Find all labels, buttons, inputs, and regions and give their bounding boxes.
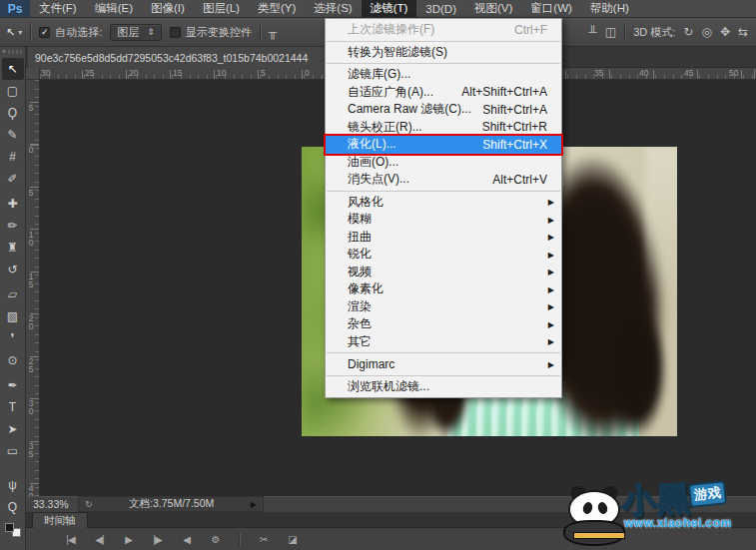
document-info-panel[interactable]: ↻ 文档:3.75M/7.50M ▶ [78,496,264,512]
crop-tool[interactable]: # [2,146,24,168]
menu-item-label: 消失点(V)... [348,171,409,188]
menubar-item-view[interactable]: 视图(V) [465,0,521,17]
toolbar-grip[interactable] [8,50,22,54]
rectangle-tool[interactable]: ▭ [2,440,24,462]
menubar-item-select[interactable]: 选择(S) [305,0,361,17]
3d-pan-icon[interactable]: ✥ [720,25,730,39]
zoom-level-field[interactable]: 33.33% [26,498,78,510]
filter-menu-item-vanishing-point[interactable]: 消失点(V)...Alt+Ctrl+V [326,171,561,189]
lasso-tool[interactable]: Ϙ [2,102,24,124]
next-frame-button[interactable]: |▶ [143,534,172,545]
filter-menu-item-adaptive-wide-angle[interactable]: 自适应广角(A)...Alt+Shift+Ctrl+A [326,84,561,102]
audio-mute-button[interactable]: ◀ [172,534,201,545]
menubar-item-help[interactable]: 帮助(H) [581,0,638,17]
hruler-label: 30 [41,68,50,78]
filter-menu-item-render[interactable]: 渲染▶ [326,298,561,316]
filter-menu-item-lens-correction[interactable]: 镜头校正(R)...Shift+Ctrl+R [326,119,561,137]
eraser-tool[interactable]: ▱ [2,283,24,305]
distribute-icons-group: ╨◫ [588,25,616,39]
distribute-horizontal-centers-icon[interactable]: ◫ [605,25,616,39]
menubar-item-edit[interactable]: 编辑(E) [86,0,142,17]
filter-menu-item-oil-paint[interactable]: 油画(O)... [326,154,561,172]
filter-menu-item-convert-smart-filters[interactable]: 转换为智能滤镜(S) [326,44,561,62]
vertical-ruler[interactable]: 50510152025303540 [26,80,40,496]
tools-panel-header[interactable]: » [0,47,25,58]
filter-menu-item-browse-filters-online[interactable]: 浏览联机滤镜... [326,378,561,396]
menubar-item-image[interactable]: 图像(I) [142,0,194,17]
menubar-item-filter[interactable]: 滤镜(T) [362,0,417,17]
tab-timeline[interactable]: 时间轴 [32,512,88,528]
filter-menu-item-filter-gallery[interactable]: 滤镜库(G)... [326,66,561,84]
photoshop-window: Ps 文件(F)编辑(E)图像(I)图层(L)类型(Y)选择(S)滤镜(T)3D… [0,0,756,550]
menubar-item-file[interactable]: 文件(F) [30,0,86,17]
align-top-edges-icon[interactable]: ╥ [269,25,278,39]
hruler-label: 25 [85,68,94,78]
filter-menu-item-noise[interactable]: 杂色▶ [326,315,561,333]
menubar-item-3d[interactable]: 3D(D) [416,0,465,17]
vruler-label: 5 [27,189,35,197]
path-selection-tool[interactable]: ➤ [2,418,24,440]
collapse-toolbar-icon[interactable]: » [2,48,6,55]
brush-tool[interactable]: ✏ [2,215,24,237]
auto-select-scope-dropdown[interactable]: 图层 ⇕ [110,24,162,41]
transition-button[interactable]: ◪ [278,534,307,545]
go-to-first-frame-button[interactable]: |◀ [56,534,85,545]
clone-stamp-tool[interactable]: ♜ [2,237,24,259]
split-clip-button[interactable]: ✂ [249,534,278,545]
3d-slide-icon[interactable]: ⇆ [738,25,748,39]
menu-item-shortcut: Alt+Shift+Ctrl+A [451,85,547,99]
3d-orbit-icon[interactable]: ↻ [683,25,693,39]
history-brush-tool[interactable]: ↺ [2,259,24,280]
3d-roll-icon[interactable]: ◎ [701,25,711,39]
type-tool-icon: T [9,400,16,414]
vruler-label: 35 [27,442,35,458]
status-flyout-arrow-icon[interactable]: ▶ [251,500,257,509]
move-tool-preset[interactable]: ↖ ▾ [6,26,22,39]
pen-tool[interactable]: ✒ [2,374,24,396]
filter-menu-item-digimarc[interactable]: Digimarc▶ [326,355,561,373]
menu-item-label: 视频 [348,264,372,280]
menu-item-shortcut: Shift+Ctrl+X [472,138,547,152]
filter-menu-item-video[interactable]: 视频▶ [326,264,561,281]
document-tab[interactable]: 90e3c756e5d8d5dd7295053c42d63f83_t015b74… [28,47,330,68]
show-transform-checkbox[interactable]: 显示变换控件 [170,25,252,40]
filter-menu-item-blur[interactable]: 模糊▶ [326,211,561,229]
auto-select-checkbox[interactable]: ✓ 自动选择: [39,25,102,40]
menu-item-shortcut: Shift+Ctrl+A [472,103,547,117]
filter-menu-item-camera-raw[interactable]: Camera Raw 滤镜(C)...Shift+Ctrl+A [326,101,561,119]
play-button[interactable]: ▶ [114,534,143,545]
healing-brush-tool[interactable]: ✚ [2,193,24,215]
filter-menu-item-stylize[interactable]: 风格化▶ [326,194,561,212]
type-tool[interactable]: T [2,396,24,418]
align-bottom-edges-icon[interactable]: ╨ [588,25,597,39]
move-tool[interactable]: ↖ [2,58,24,80]
menu-separator [327,352,560,353]
watermark-text: 小黑游戏 www.xiaohei.com [622,478,732,530]
menu-item-label: 杂色 [348,315,372,332]
menubar-item-type[interactable]: 类型(Y) [249,0,305,17]
foreground-color-swatch[interactable] [5,523,14,532]
menubar-item-layer[interactable]: 图层(L) [194,0,249,17]
filter-menu-item-distort[interactable]: 扭曲▶ [326,229,561,247]
menubar-item-window[interactable]: 窗口(W) [521,0,581,17]
gradient-tool[interactable]: ▧ [2,305,24,327]
pen-tool-icon: ✒ [7,378,17,392]
eyedropper-tool[interactable]: ✐ [2,168,24,190]
quick-selection-tool[interactable]: ✎ [2,124,24,146]
foreground-background-swatch[interactable] [4,522,22,538]
filter-menu-item-last-filter[interactable]: 上次滤镜操作(F)Ctrl+F [326,21,561,39]
filter-menu-item-sharpen[interactable]: 锐化▶ [326,246,561,264]
marquee-tool[interactable]: ▢ [2,80,24,102]
timeline-settings-button[interactable]: ⚙ [201,534,230,545]
hand-tool[interactable]: ψ [2,474,24,496]
submenu-arrow-icon: ▶ [548,268,554,276]
filter-menu-item-liquify[interactable]: 液化(L)...Shift+Ctrl+X [326,136,561,154]
blur-tool[interactable]: ❜ [2,327,24,349]
dodge-tool[interactable]: ⊙ [2,349,24,371]
menu-separator [327,191,560,192]
ps-logo[interactable]: Ps [0,0,30,17]
filter-menu-item-other[interactable]: 其它▶ [326,333,561,351]
previous-frame-button[interactable]: ◀| [85,534,114,545]
zoom-tool[interactable]: Q [2,496,24,518]
filter-menu-item-pixelate[interactable]: 像素化▶ [326,280,561,298]
